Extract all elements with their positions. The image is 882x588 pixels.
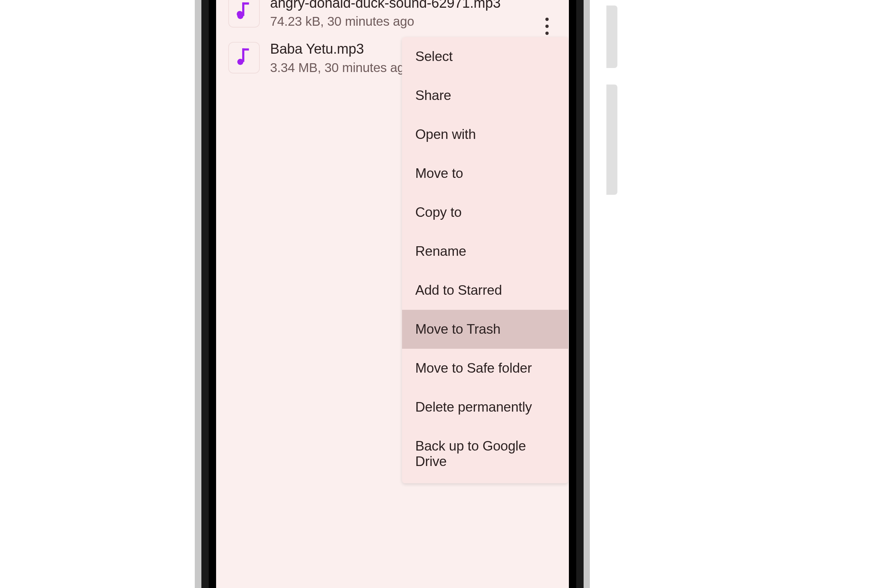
file-row[interactable]: angry-donald-duck-sound-62971.mp3 74.23 …	[216, 0, 569, 39]
phone-side-button-bottom	[606, 84, 617, 195]
menu-item-add-to-starred[interactable]: Add to Starred	[402, 271, 568, 310]
file-type-icon-box	[228, 42, 260, 74]
file-type-icon-box	[228, 0, 260, 28]
file-info: angry-donald-duck-sound-62971.mp3 74.23 …	[270, 0, 561, 28]
menu-item-share[interactable]: Share	[402, 76, 568, 115]
file-meta: 74.23 kB, 30 minutes ago	[270, 14, 561, 28]
more-options-button[interactable]	[538, 17, 556, 35]
svg-rect-5	[242, 48, 249, 51]
phone-side-button-top	[606, 6, 617, 68]
more-vertical-icon	[545, 32, 549, 35]
more-vertical-icon	[545, 25, 549, 28]
menu-item-delete-permanently[interactable]: Delete permanently	[402, 388, 568, 427]
menu-item-open-with[interactable]: Open with	[402, 115, 568, 154]
file-name: angry-donald-duck-sound-62971.mp3	[270, 0, 561, 12]
svg-rect-2	[242, 3, 249, 5]
menu-item-rename[interactable]: Rename	[402, 232, 568, 271]
menu-item-move-to[interactable]: Move to	[402, 154, 568, 193]
phone-frame: angry-donald-duck-sound-62971.mp3 74.23 …	[195, 0, 606, 588]
menu-item-back-up-to-google-drive[interactable]: Back up to Google Drive	[402, 427, 568, 481]
screen: angry-donald-duck-sound-62971.mp3 74.23 …	[216, 0, 569, 588]
menu-item-move-to-safe-folder[interactable]: Move to Safe folder	[402, 349, 568, 388]
context-menu: Select Share Open with Move to Copy to R…	[402, 37, 568, 483]
menu-item-copy-to[interactable]: Copy to	[402, 193, 568, 232]
more-vertical-icon	[545, 18, 549, 21]
menu-item-select[interactable]: Select	[402, 37, 568, 76]
menu-item-move-to-trash[interactable]: Move to Trash	[402, 310, 568, 349]
music-note-icon	[237, 2, 251, 21]
music-note-icon	[237, 48, 251, 67]
